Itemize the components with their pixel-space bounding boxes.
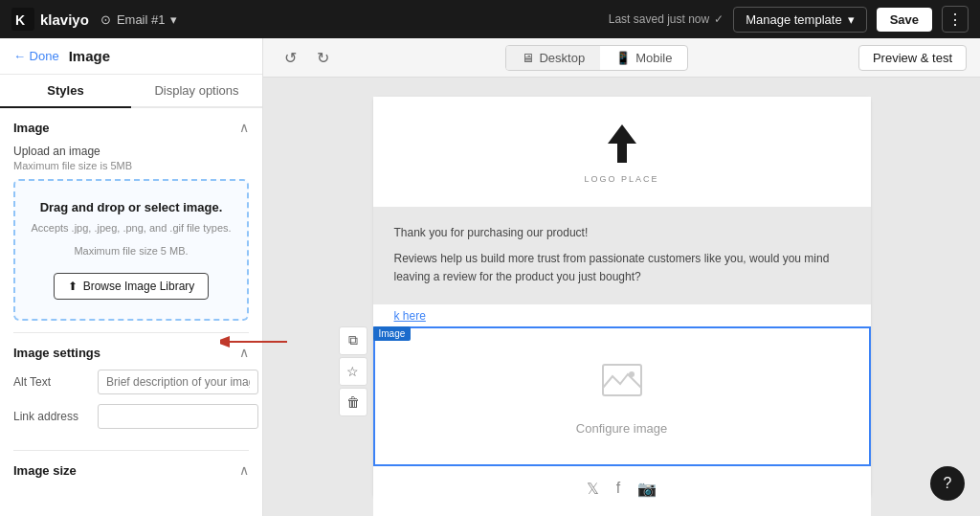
view-toggle: 🖥 Desktop 📱 Mobile [505,45,688,71]
configure-image-label: Configure image [576,421,667,436]
image-section-header: Image ∧ [13,120,249,135]
toolbar-left: ↺ ↻ [277,44,336,71]
main-layout: ← Done Image Styles Display options Imag… [0,38,980,516]
body-intro: Thank you for purchasing our product! [394,224,850,242]
image-placeholder-icon [599,357,645,412]
image-section: Image ∧ Upload an image Maximum file siz… [0,108,262,332]
email-logo-area: LOGO PLACE [373,97,871,207]
desktop-view-button[interactable]: 🖥 Desktop [506,46,600,70]
link-address-label: Link address [13,410,90,423]
svg-point-3 [629,371,635,377]
link-address-input[interactable] [98,404,258,429]
image-settings-chevron[interactable]: ∧ [239,345,249,360]
delete-button[interactable]: 🗑 [339,388,368,416]
drop-zone-accepts: Accepts .jpg, .jpeg, .png, and .gif file… [31,220,231,237]
mobile-view-button[interactable]: 📱 Mobile [600,46,687,70]
link-address-row: Link address [13,404,249,429]
top-nav: K klaviyo ⊙ Email #1 ▾ Last saved just n… [0,0,980,38]
image-size-title: Image size [13,463,77,478]
email-icon: ⊙ [100,12,111,27]
email-link-area: k here [373,304,871,326]
chevron-down-icon: ▾ [848,12,855,27]
email-name: Email #1 [117,12,166,27]
klaviyo-wordmark: klaviyo [40,11,89,28]
logo-svg [598,120,646,172]
center-panel: ↺ ↻ 🖥 Desktop 📱 Mobile Preview & test [263,38,980,516]
logo-text: LOGO PLACE [584,174,658,184]
copy-button[interactable]: ⧉ [339,326,368,355]
editor-toolbar: ↺ ↻ 🖥 Desktop 📱 Mobile Preview & test [263,38,980,78]
more-options-button[interactable]: ⋮ [942,6,969,33]
redo-button[interactable]: ↻ [309,44,336,71]
drop-zone-size: Maximum file size 5 MB. [74,243,188,260]
svg-text:K: K [15,12,25,28]
klaviyo-logo: K klaviyo [11,8,89,31]
twitter-icon[interactable]: 𝕏 [587,480,599,498]
left-panel: ← Done Image Styles Display options Imag… [0,38,263,516]
tab-styles[interactable]: Styles [0,75,131,108]
image-size-section: Image size ∧ [0,451,262,499]
image-section-title: Image [13,121,50,135]
drop-zone[interactable]: Drag and drop or select image. Accepts .… [13,179,249,321]
klaviyo-logo-icon: K [11,8,34,31]
email-link[interactable]: k here [394,309,426,323]
arrow-annotation [263,330,297,356]
email-selector[interactable]: ⊙ Email #1 ▾ [100,12,178,27]
nav-left: K klaviyo ⊙ Email #1 ▾ [11,8,177,31]
logo-placeholder: LOGO PLACE [584,120,658,184]
mobile-icon: 📱 [615,51,631,65]
image-toolbar: ⧉ ☆ 🗑 [339,326,368,416]
upload-icon: ⬆ [68,280,78,293]
body-text: Reviews help us build more trust from pa… [394,250,850,286]
instagram-icon[interactable]: 📷 [637,480,657,498]
alt-text-label: Alt Text [13,375,90,389]
image-settings-title: Image settings [13,346,100,360]
image-section-chevron[interactable]: ∧ [239,120,249,135]
desktop-icon: 🖥 [522,51,534,65]
image-settings-header: Image settings ∧ [13,345,249,360]
image-size-header: Image size ∧ [13,462,249,478]
tab-display-options[interactable]: Display options [131,75,262,106]
alt-text-input[interactable] [98,370,258,394]
chevron-down-icon: ▾ [170,12,177,27]
panel-header: ← Done Image [0,38,262,75]
unsubscribe-area: No longer want to receive these emails? … [373,511,871,516]
back-link[interactable]: ← Done [13,49,59,63]
panel-title: Image [69,48,110,64]
last-saved-status: Last saved just now ✓ [609,12,724,26]
check-icon: ✓ [714,12,724,26]
nav-right: Last saved just now ✓ Manage template ▾ … [609,6,969,33]
email-body: Thank you for purchasing our product! Re… [373,207,871,304]
alt-text-row: Alt Text [13,370,249,394]
drop-zone-text: Drag and drop or select image. [40,200,223,214]
help-button[interactable]: ? [930,466,965,501]
tab-bar: Styles Display options [0,75,262,108]
email-card: LOGO PLACE Thank you for purchasing our … [373,97,871,497]
save-button[interactable]: Save [877,8,932,32]
image-label-badge: Image [373,326,412,341]
image-block-wrapper: ⧉ ☆ 🗑 Image [373,326,871,466]
preview-test-button[interactable]: Preview & test [858,45,967,71]
upload-label: Upload an image [13,145,249,158]
manage-template-button[interactable]: Manage template ▾ [733,7,866,33]
upload-sublabel: Maximum file size is 5MB [13,160,249,171]
facebook-icon[interactable]: f [616,480,620,498]
image-settings-section: Image settings ∧ Alt Text Link address [0,333,262,450]
email-preview-area: LOGO PLACE Thank you for purchasing our … [263,78,980,516]
image-size-chevron[interactable]: ∧ [239,462,249,478]
social-bar: 𝕏 f 📷 [373,466,871,511]
undo-button[interactable]: ↺ [277,44,303,71]
favorite-button[interactable]: ☆ [339,357,368,386]
browse-image-library-button[interactable]: ⬆ Browse Image Library [54,273,210,300]
configure-image-block[interactable]: Configure image [373,326,871,466]
